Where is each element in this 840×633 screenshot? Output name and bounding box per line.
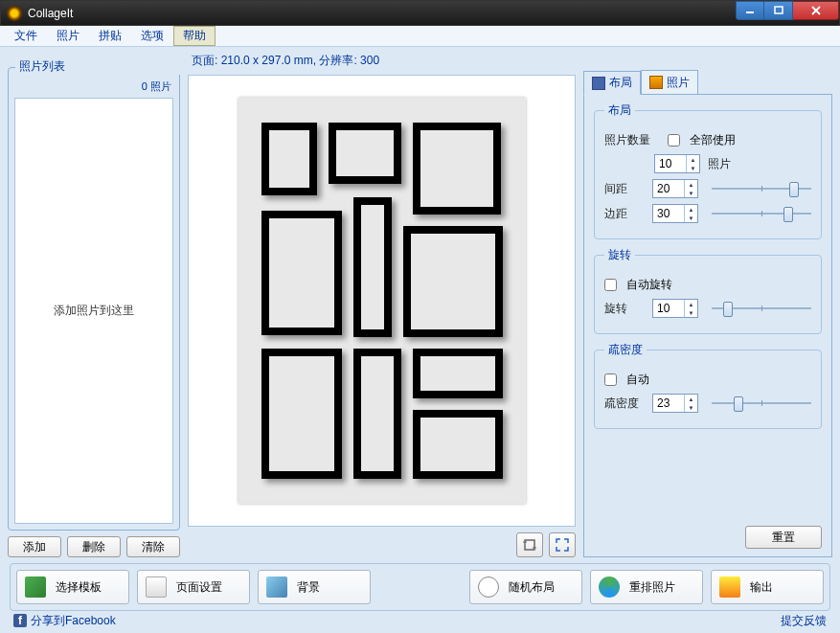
frame[interactable] [329,123,401,184]
window-titlebar: CollageIt [0,0,840,26]
delete-button[interactable]: 删除 [67,536,121,557]
frame[interactable] [413,349,503,398]
page-info: 页面: 210.0 x 297.0 mm, 分辨率: 300 [188,51,576,75]
bottom-toolbar: 选择模板 页面设置 背景 随机布局 重排照片 输出 [10,563,830,611]
sparse-spinner[interactable]: ▲▼ [652,394,698,413]
add-button[interactable]: 添加 [8,536,61,557]
sparse-label: 疏密度 [604,396,647,412]
margin-slider[interactable] [712,205,811,222]
template-button[interactable]: 选择模板 [16,570,129,604]
rotation-legend: 旋转 [604,247,635,263]
window-close-button[interactable] [793,1,839,20]
frame[interactable] [261,211,342,335]
auto-rotate-label: 自动旋转 [626,277,672,293]
rotation-input[interactable] [653,300,684,317]
svg-rect-1 [775,7,783,13]
page-icon [146,576,167,598]
tab-photo[interactable]: 照片 [641,70,698,94]
random-layout-button[interactable]: 随机布局 [469,570,582,604]
menu-photo[interactable]: 照片 [47,26,89,46]
margin-input[interactable] [653,205,684,222]
gap-label: 间距 [604,181,647,197]
frame[interactable] [261,123,317,195]
photo-count: 0 照片 [14,78,173,98]
background-button[interactable]: 背景 [258,570,371,604]
auto-rotate-checkbox[interactable] [604,279,617,291]
photo-unit-label: 照片 [708,156,731,172]
export-icon [719,576,740,598]
page-setup-button[interactable]: 页面设置 [137,570,250,604]
margin-spinner[interactable]: ▲▼ [652,204,698,223]
menu-bar: 文件 照片 拼贴 选项 帮助 [0,26,840,47]
menu-options[interactable]: 选项 [131,26,173,46]
gap-slider[interactable] [712,180,811,197]
collage-page [238,98,526,504]
layout-group: 布局 照片数量 全部使用 ▲▼ 照片 间距 ▲▼ 边距 ▲▼ [594,102,822,239]
menu-file[interactable]: 文件 [5,26,47,46]
rotation-slider[interactable] [712,300,811,317]
gap-spinner[interactable]: ▲▼ [652,179,698,198]
export-button[interactable]: 输出 [711,570,824,604]
gap-input[interactable] [653,180,684,197]
app-icon [7,6,22,21]
tab-layout[interactable]: 布局 [583,71,641,95]
sparse-slider[interactable] [712,395,811,412]
window-maximize-button[interactable] [764,1,793,20]
footer: f分享到Facebook 提交反馈 [0,611,840,630]
frame[interactable] [353,349,401,479]
rotation-spinner[interactable]: ▲▼ [652,299,698,318]
photo-drop-placeholder: 添加照片到这里 [54,303,134,319]
menu-help[interactable]: 帮助 [173,26,216,46]
frame[interactable] [413,123,501,215]
reset-button[interactable]: 重置 [745,526,822,549]
auto-sparse-checkbox[interactable] [604,373,617,386]
photo-count-label: 照片数量 [604,132,650,148]
dice-icon [478,576,499,598]
fit-screen-button[interactable] [549,532,576,557]
photo-drop-area[interactable]: 添加照片到这里 [14,98,173,524]
frame[interactable] [353,197,392,337]
sparse-legend: 疏密度 [604,342,647,358]
share-facebook-link[interactable]: f分享到Facebook [13,613,116,629]
up-arrow-icon[interactable]: ▲ [687,155,699,164]
layout-icon [592,77,605,90]
use-all-checkbox[interactable] [668,134,680,147]
frame[interactable] [403,226,503,337]
use-all-label: 全部使用 [690,132,736,148]
frame[interactable] [261,349,342,479]
frame[interactable] [413,410,503,479]
photo-count-input[interactable] [655,155,686,172]
photo-list-label: 照片列表 [15,58,188,75]
feedback-link[interactable]: 提交反馈 [781,613,827,629]
template-icon [25,576,46,598]
rearrange-button[interactable]: 重排照片 [590,570,703,604]
photo-icon [649,76,663,89]
down-arrow-icon[interactable]: ▼ [687,164,699,172]
sparse-group: 疏密度 自动 疏密度 ▲▼ [594,342,822,429]
menu-collage[interactable]: 拼贴 [89,26,131,46]
window-minimize-button[interactable] [736,1,764,20]
window-title: CollageIt [28,7,73,20]
photo-count-spinner[interactable]: ▲▼ [654,154,700,173]
photo-list-panel: 0 照片 添加照片到这里 [8,67,180,531]
crop-button[interactable] [516,532,543,557]
clear-button[interactable]: 清除 [126,536,180,557]
refresh-icon [599,576,620,598]
auto-sparse-label: 自动 [626,372,649,388]
background-icon [266,576,287,598]
rotation-label: 旋转 [604,301,647,317]
rotation-group: 旋转 自动旋转 旋转 ▲▼ [594,247,822,334]
sparse-input[interactable] [653,395,684,412]
margin-label: 边距 [604,206,647,222]
layout-legend: 布局 [604,102,635,119]
facebook-icon: f [13,614,27,627]
canvas[interactable] [188,75,576,527]
